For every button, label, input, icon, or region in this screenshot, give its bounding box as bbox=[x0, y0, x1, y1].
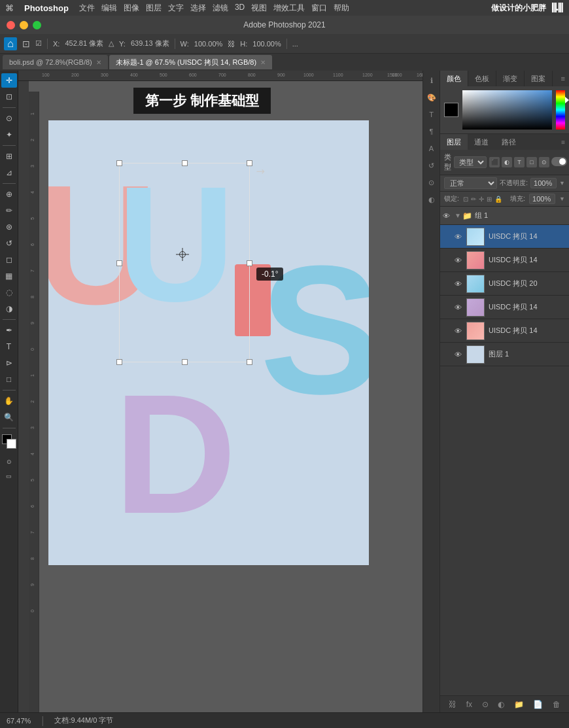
opacity-input[interactable] bbox=[530, 178, 557, 188]
layer-item-0[interactable]: 👁 UISDC 拷贝 14 bbox=[440, 225, 569, 249]
color-swatches[interactable] bbox=[2, 434, 16, 449]
group-visibility-icon[interactable]: 👁 bbox=[443, 212, 452, 220]
shape-tool[interactable]: □ bbox=[1, 372, 17, 387]
x-value[interactable]: 452.81 像素 bbox=[65, 39, 103, 48]
layer-3-visibility[interactable]: 👁 bbox=[455, 303, 464, 311]
path-selection-tool[interactable]: ⊳ bbox=[1, 356, 17, 370]
handle-tr[interactable] bbox=[247, 160, 252, 166]
glyph-icon[interactable]: A bbox=[424, 141, 439, 156]
history-icon[interactable]: ↺ bbox=[424, 158, 439, 173]
clone-tool[interactable]: ⊛ bbox=[1, 220, 17, 234]
w-value[interactable]: 100.00% bbox=[194, 40, 222, 48]
gradient-tool[interactable]: ▦ bbox=[1, 269, 17, 283]
y-value[interactable]: 639.13 像素 bbox=[131, 39, 169, 48]
tab-channels[interactable]: 通道 bbox=[468, 134, 495, 150]
layers-panel-menu[interactable]: ≡ bbox=[557, 139, 569, 146]
new-layer-btn[interactable]: 📄 bbox=[533, 700, 543, 709]
menu-view[interactable]: 视图 bbox=[251, 3, 267, 14]
properties-icon[interactable]: ⊙ bbox=[424, 175, 439, 190]
tab-layers[interactable]: 图层 bbox=[440, 134, 468, 150]
menu-file[interactable]: 文件 bbox=[79, 3, 95, 14]
close-button[interactable] bbox=[7, 21, 15, 29]
fill-input[interactable] bbox=[529, 194, 555, 204]
lock-artboard-icon[interactable]: ⊞ bbox=[487, 196, 492, 203]
new-adjustment-btn[interactable]: ◐ bbox=[498, 700, 504, 709]
lasso-tool[interactable]: ⊙ bbox=[1, 111, 17, 126]
handle-mr[interactable] bbox=[247, 260, 252, 266]
screen-mode-btn[interactable]: ▭ bbox=[1, 469, 17, 483]
menu-select[interactable]: 选择 bbox=[190, 3, 206, 14]
dodge-tool[interactable]: ◑ bbox=[1, 302, 17, 316]
layer-1-visibility[interactable]: 👁 bbox=[455, 256, 464, 264]
tab-untitled-close[interactable]: ✕ bbox=[260, 59, 266, 66]
menu-filter[interactable]: 滤镜 bbox=[213, 3, 228, 14]
handle-bl[interactable] bbox=[116, 359, 122, 365]
text-tool[interactable]: T bbox=[1, 339, 17, 354]
add-style-btn[interactable]: fx bbox=[466, 700, 472, 709]
layer-item-3[interactable]: 👁 UISDC 拷贝 14 bbox=[440, 296, 569, 319]
tab-swatches[interactable]: 色板 bbox=[468, 71, 496, 86]
type-icon[interactable]: T bbox=[424, 107, 439, 122]
minimize-button[interactable] bbox=[20, 21, 28, 29]
info-icon[interactable]: ℹ bbox=[424, 73, 439, 88]
menu-image[interactable]: 图像 bbox=[124, 3, 139, 14]
brush-tool[interactable]: ✏ bbox=[1, 203, 17, 218]
pen-tool[interactable]: ✒ bbox=[1, 323, 17, 338]
menu-help[interactable]: 帮助 bbox=[334, 3, 349, 14]
layer-item-1[interactable]: 👁 UISDC 拷贝 14 bbox=[440, 249, 569, 272]
tab-gradients[interactable]: 渐变 bbox=[496, 71, 525, 86]
filter-shape-icon[interactable]: □ bbox=[526, 157, 537, 167]
filter-adjustment-icon[interactable]: ◐ bbox=[502, 157, 512, 167]
adjustments-icon[interactable]: ◐ bbox=[424, 192, 439, 207]
handle-ml[interactable] bbox=[116, 260, 122, 266]
expand-icon[interactable]: ▼ bbox=[455, 212, 461, 219]
new-group-btn[interactable]: 📁 bbox=[514, 700, 524, 709]
layer-item-4[interactable]: 👁 UISDC 拷贝 14 bbox=[440, 319, 569, 343]
home-icon[interactable]: ⌂ bbox=[4, 37, 17, 50]
menu-layer[interactable]: 图层 bbox=[146, 3, 162, 14]
layer-4-visibility[interactable]: 👁 bbox=[455, 327, 464, 335]
blur-tool[interactable]: ◌ bbox=[1, 285, 17, 300]
active-color-swatch[interactable] bbox=[444, 103, 458, 117]
lock-pixels-icon[interactable]: ✏ bbox=[471, 196, 476, 203]
tab-paths[interactable]: 路径 bbox=[495, 134, 523, 150]
layer-group-1[interactable]: 👁 ▼ 📁 组 1 bbox=[440, 207, 569, 225]
filter-text-icon[interactable]: T bbox=[514, 157, 525, 167]
h-value[interactable]: 100.00% bbox=[252, 40, 281, 48]
healing-tool[interactable]: ⊕ bbox=[1, 187, 17, 201]
tab-patterns[interactable]: 图案 bbox=[525, 71, 553, 86]
document-canvas[interactable]: U S D U bbox=[48, 120, 369, 565]
layer-2-visibility[interactable]: 👁 bbox=[455, 280, 464, 288]
background-color[interactable] bbox=[7, 439, 16, 449]
eyedropper-tool[interactable]: ⊿ bbox=[1, 165, 17, 180]
tab-color[interactable]: 颜色 bbox=[440, 71, 468, 86]
lock-transparent-icon[interactable]: ⊡ bbox=[463, 196, 468, 203]
layer-item-5[interactable]: 👁 图层 1 bbox=[440, 343, 569, 366]
kind-select[interactable]: 类型 bbox=[454, 156, 487, 168]
move-tool[interactable]: ✛ bbox=[1, 73, 17, 88]
color-panel-menu[interactable]: ≡ bbox=[557, 75, 569, 82]
eraser-tool[interactable]: ◻ bbox=[1, 252, 17, 267]
menu-text[interactable]: 文字 bbox=[168, 3, 184, 14]
handle-bc[interactable] bbox=[182, 359, 188, 365]
hand-tool[interactable]: ✋ bbox=[1, 394, 17, 408]
color-gradient-box[interactable] bbox=[462, 90, 552, 130]
color-settings-icon[interactable]: 🎨 bbox=[424, 90, 439, 105]
menu-3d[interactable]: 3D bbox=[235, 3, 245, 14]
layer-0-visibility[interactable]: 👁 bbox=[455, 233, 464, 241]
tab-untitled[interactable]: 未标题-1 @ 67.5% (UISDC 拷贝 14, RGB/8) ✕ bbox=[109, 55, 272, 69]
filter-smart-icon[interactable]: ⊙ bbox=[539, 157, 549, 167]
tab-boli[interactable]: boli.psd @ 72.8%(RGB/8) ✕ bbox=[3, 55, 108, 69]
delete-layer-btn[interactable]: 🗑 bbox=[553, 700, 560, 709]
lock-all-icon[interactable]: 🔒 bbox=[494, 196, 502, 203]
hue-strip[interactable] bbox=[556, 90, 565, 130]
paragraph-icon[interactable]: ¶ bbox=[424, 124, 439, 139]
maximize-button[interactable] bbox=[33, 21, 41, 29]
lock-position-icon[interactable]: ✛ bbox=[479, 196, 484, 203]
add-mask-btn[interactable]: ⊙ bbox=[482, 700, 489, 709]
handle-tc[interactable] bbox=[182, 160, 188, 166]
zoom-tool[interactable]: 🔍 bbox=[1, 410, 17, 425]
handle-br[interactable] bbox=[247, 359, 252, 365]
menu-plugins[interactable]: 增效工具 bbox=[273, 3, 305, 14]
menu-window[interactable]: 窗口 bbox=[311, 3, 327, 14]
